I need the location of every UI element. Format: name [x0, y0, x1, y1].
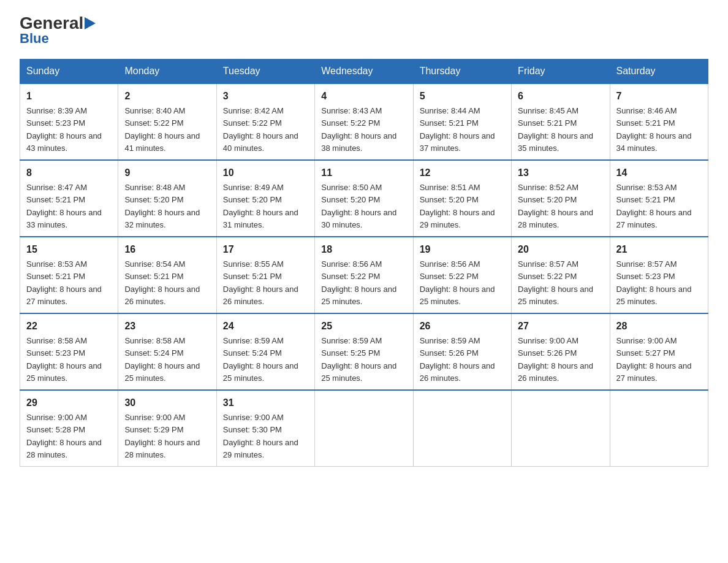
day-info: Sunrise: 8:58 AMSunset: 5:23 PMDaylight:… — [26, 336, 102, 383]
calendar-cell: 31Sunrise: 9:00 AMSunset: 5:30 PMDayligh… — [216, 390, 314, 467]
col-header-monday: Monday — [118, 59, 216, 84]
calendar-cell: 6Sunrise: 8:45 AMSunset: 5:21 PMDaylight… — [512, 83, 610, 160]
day-number: 14 — [616, 166, 702, 180]
day-number: 27 — [518, 319, 603, 334]
day-info: Sunrise: 8:59 AMSunset: 5:24 PMDaylight:… — [223, 336, 298, 383]
day-info: Sunrise: 8:53 AMSunset: 5:21 PMDaylight:… — [26, 259, 102, 306]
calendar-cell — [512, 390, 610, 467]
week-row-5: 29Sunrise: 9:00 AMSunset: 5:28 PMDayligh… — [20, 390, 708, 467]
day-number: 13 — [518, 166, 603, 180]
calendar-cell: 30Sunrise: 9:00 AMSunset: 5:29 PMDayligh… — [118, 390, 216, 467]
day-number: 19 — [420, 242, 505, 257]
col-header-friday: Friday — [512, 59, 610, 84]
calendar-cell: 3Sunrise: 8:42 AMSunset: 5:22 PMDaylight… — [216, 83, 314, 160]
day-info: Sunrise: 8:56 AMSunset: 5:22 PMDaylight:… — [321, 259, 396, 306]
logo-general: General — [20, 15, 96, 32]
calendar-cell — [610, 390, 708, 467]
week-row-3: 15Sunrise: 8:53 AMSunset: 5:21 PMDayligh… — [20, 237, 708, 313]
calendar-cell: 12Sunrise: 8:51 AMSunset: 5:20 PMDayligh… — [413, 160, 511, 237]
day-number: 21 — [616, 242, 702, 257]
day-info: Sunrise: 8:52 AMSunset: 5:20 PMDaylight:… — [518, 183, 593, 229]
calendar-cell: 21Sunrise: 8:57 AMSunset: 5:23 PMDayligh… — [610, 237, 708, 313]
calendar-cell: 13Sunrise: 8:52 AMSunset: 5:20 PMDayligh… — [512, 160, 610, 237]
calendar-cell: 16Sunrise: 8:54 AMSunset: 5:21 PMDayligh… — [118, 237, 216, 313]
day-info: Sunrise: 8:59 AMSunset: 5:26 PMDaylight:… — [420, 336, 495, 383]
calendar-cell: 9Sunrise: 8:48 AMSunset: 5:20 PMDaylight… — [118, 160, 216, 237]
day-info: Sunrise: 8:47 AMSunset: 5:21 PMDaylight:… — [26, 183, 102, 229]
day-number: 5 — [420, 89, 505, 104]
day-info: Sunrise: 9:00 AMSunset: 5:28 PMDaylight:… — [26, 413, 102, 459]
day-number: 20 — [518, 242, 603, 257]
day-info: Sunrise: 8:45 AMSunset: 5:21 PMDaylight:… — [518, 106, 593, 153]
day-info: Sunrise: 9:00 AMSunset: 5:27 PMDaylight:… — [616, 336, 692, 383]
logo-blue: Blue — [20, 31, 49, 47]
day-number: 24 — [223, 319, 308, 334]
calendar-cell: 1Sunrise: 8:39 AMSunset: 5:23 PMDaylight… — [20, 83, 118, 160]
day-number: 18 — [321, 242, 406, 257]
calendar-cell: 26Sunrise: 8:59 AMSunset: 5:26 PMDayligh… — [413, 313, 511, 390]
calendar-cell: 8Sunrise: 8:47 AMSunset: 5:21 PMDaylight… — [20, 160, 118, 237]
day-number: 31 — [223, 396, 308, 410]
day-number: 17 — [223, 242, 308, 257]
calendar-cell: 25Sunrise: 8:59 AMSunset: 5:25 PMDayligh… — [315, 313, 413, 390]
day-info: Sunrise: 8:59 AMSunset: 5:25 PMDaylight:… — [321, 336, 396, 383]
day-number: 7 — [616, 89, 702, 104]
day-info: Sunrise: 8:58 AMSunset: 5:24 PMDaylight:… — [124, 336, 200, 383]
day-number: 10 — [223, 166, 308, 180]
day-number: 3 — [223, 89, 308, 104]
day-number: 28 — [616, 319, 702, 334]
col-header-thursday: Thursday — [413, 59, 511, 84]
col-header-saturday: Saturday — [610, 59, 708, 84]
day-info: Sunrise: 9:00 AMSunset: 5:26 PMDaylight:… — [518, 336, 593, 383]
week-row-2: 8Sunrise: 8:47 AMSunset: 5:21 PMDaylight… — [20, 160, 708, 237]
week-row-4: 22Sunrise: 8:58 AMSunset: 5:23 PMDayligh… — [20, 313, 708, 390]
day-info: Sunrise: 8:51 AMSunset: 5:20 PMDaylight:… — [420, 183, 495, 229]
day-number: 12 — [420, 166, 505, 180]
calendar-table: SundayMondayTuesdayWednesdayThursdayFrid… — [20, 59, 708, 467]
week-row-1: 1Sunrise: 8:39 AMSunset: 5:23 PMDaylight… — [20, 83, 708, 160]
day-number: 2 — [124, 89, 210, 104]
day-info: Sunrise: 8:55 AMSunset: 5:21 PMDaylight:… — [223, 259, 298, 306]
header-row: SundayMondayTuesdayWednesdayThursdayFrid… — [20, 59, 708, 84]
calendar-cell: 24Sunrise: 8:59 AMSunset: 5:24 PMDayligh… — [216, 313, 314, 390]
calendar-cell: 22Sunrise: 8:58 AMSunset: 5:23 PMDayligh… — [20, 313, 118, 390]
day-info: Sunrise: 8:40 AMSunset: 5:22 PMDaylight:… — [124, 106, 200, 153]
calendar-cell: 2Sunrise: 8:40 AMSunset: 5:22 PMDaylight… — [118, 83, 216, 160]
day-number: 8 — [26, 166, 112, 180]
calendar-cell: 11Sunrise: 8:50 AMSunset: 5:20 PMDayligh… — [315, 160, 413, 237]
day-info: Sunrise: 8:50 AMSunset: 5:20 PMDaylight:… — [321, 183, 396, 229]
calendar-cell: 19Sunrise: 8:56 AMSunset: 5:22 PMDayligh… — [413, 237, 511, 313]
calendar-cell: 7Sunrise: 8:46 AMSunset: 5:21 PMDaylight… — [610, 83, 708, 160]
calendar-cell — [413, 390, 511, 467]
calendar-cell: 28Sunrise: 9:00 AMSunset: 5:27 PMDayligh… — [610, 313, 708, 390]
day-info: Sunrise: 8:49 AMSunset: 5:20 PMDaylight:… — [223, 183, 298, 229]
calendar-cell — [315, 390, 413, 467]
calendar-cell: 27Sunrise: 9:00 AMSunset: 5:26 PMDayligh… — [512, 313, 610, 390]
day-info: Sunrise: 9:00 AMSunset: 5:29 PMDaylight:… — [124, 413, 200, 459]
day-info: Sunrise: 8:48 AMSunset: 5:20 PMDaylight:… — [124, 183, 200, 229]
day-info: Sunrise: 8:46 AMSunset: 5:21 PMDaylight:… — [616, 106, 692, 153]
calendar-cell: 5Sunrise: 8:44 AMSunset: 5:21 PMDaylight… — [413, 83, 511, 160]
day-number: 30 — [124, 396, 210, 410]
calendar-cell: 20Sunrise: 8:57 AMSunset: 5:22 PMDayligh… — [512, 237, 610, 313]
col-header-wednesday: Wednesday — [315, 59, 413, 84]
page-header: General Blue — [20, 15, 708, 47]
day-number: 1 — [26, 89, 112, 104]
day-number: 15 — [26, 242, 112, 257]
day-number: 25 — [321, 319, 406, 334]
day-number: 16 — [124, 242, 210, 257]
col-header-sunday: Sunday — [20, 59, 118, 84]
logo: General Blue — [20, 15, 96, 47]
day-info: Sunrise: 8:57 AMSunset: 5:22 PMDaylight:… — [518, 259, 593, 306]
day-info: Sunrise: 8:42 AMSunset: 5:22 PMDaylight:… — [223, 106, 298, 153]
day-number: 22 — [26, 319, 112, 334]
day-number: 9 — [124, 166, 210, 180]
day-number: 26 — [420, 319, 505, 334]
day-number: 29 — [26, 396, 112, 410]
calendar-cell: 18Sunrise: 8:56 AMSunset: 5:22 PMDayligh… — [315, 237, 413, 313]
day-info: Sunrise: 8:56 AMSunset: 5:22 PMDaylight:… — [420, 259, 495, 306]
day-info: Sunrise: 8:44 AMSunset: 5:21 PMDaylight:… — [420, 106, 495, 153]
calendar-cell: 10Sunrise: 8:49 AMSunset: 5:20 PMDayligh… — [216, 160, 314, 237]
calendar-cell: 14Sunrise: 8:53 AMSunset: 5:21 PMDayligh… — [610, 160, 708, 237]
day-info: Sunrise: 8:53 AMSunset: 5:21 PMDaylight:… — [616, 183, 692, 229]
